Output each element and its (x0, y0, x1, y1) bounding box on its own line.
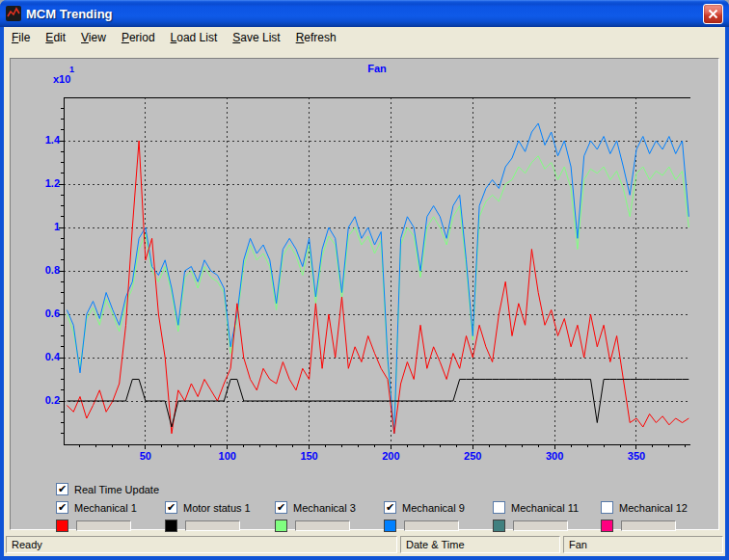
x-tick-label: 150 (290, 450, 329, 462)
series-checkbox-row: Mechanical 11 (493, 500, 601, 515)
status-bar: Ready Date & Time Fan (4, 533, 725, 556)
series-level-bar[interactable] (513, 520, 568, 531)
y-tick-label: 0.2 (27, 394, 60, 406)
series-swatch-row (493, 520, 601, 532)
series-color-swatch (165, 520, 177, 532)
app-window: MCM Trending File Edit View Period Load … (0, 0, 729, 560)
series-swatch-row (275, 520, 383, 532)
series-checkbox-row: ✔ Mechanical 1 (56, 500, 164, 515)
series-color-swatch (384, 520, 396, 532)
x-tick-label: 200 (371, 450, 410, 462)
legend-item: ✔ Mechanical 3 (275, 500, 383, 532)
series-label: Mechanical 9 (402, 502, 465, 514)
y-axis-multiplier: 1 x10 (53, 65, 74, 84)
series-checkbox-row: Mechanical 12 (601, 500, 709, 515)
y-tick-label: 0.8 (27, 264, 60, 276)
menu-file[interactable]: File (4, 29, 38, 46)
close-button[interactable] (703, 4, 723, 24)
series-swatch-row (165, 520, 273, 532)
app-icon (6, 6, 21, 21)
x-tick-label: 300 (535, 450, 574, 462)
series-checkbox[interactable]: ✔ (56, 501, 68, 514)
realtime-update-label: Real Time Update (74, 484, 159, 495)
series-level-bar[interactable] (185, 520, 240, 531)
realtime-update-checkbox[interactable]: ✔ (56, 483, 68, 495)
series-checkbox-row: ✔ Mechanical 3 (275, 500, 383, 515)
series-color-swatch (275, 520, 287, 532)
trend-chart (56, 93, 690, 452)
status-date-time: Date & Time (400, 536, 560, 553)
series-color-swatch (601, 520, 613, 532)
y-axis-multiplier-base: x10 (53, 74, 74, 84)
menu-period[interactable]: Period (114, 29, 163, 46)
series-swatch-row (601, 520, 709, 532)
series-label: Mechanical 3 (293, 502, 356, 514)
series-checkbox[interactable] (493, 501, 505, 514)
menu-bar: File Edit View Period Load List Save Lis… (4, 27, 725, 48)
series-level-bar[interactable] (621, 520, 676, 531)
series-label: Mechanical 11 (511, 502, 579, 514)
series-level-bar[interactable] (295, 520, 350, 531)
series-checkbox-row: ✔ Mechanical 9 (384, 500, 492, 515)
x-tick-label: 250 (453, 450, 492, 462)
series-color-swatch (56, 520, 68, 532)
menu-edit[interactable]: Edit (38, 29, 73, 46)
legend-item: ✔ Mechanical 9 (384, 500, 492, 532)
close-icon (708, 9, 718, 19)
series-label: Motor status 1 (183, 502, 251, 514)
series-level-bar[interactable] (76, 520, 131, 531)
series-checkbox[interactable]: ✔ (165, 501, 177, 514)
window-title: MCM Trending (26, 7, 703, 21)
legend-item: ✔ Motor status 1 (165, 500, 273, 532)
y-tick-label: 0.4 (27, 351, 60, 362)
series-checkbox[interactable]: ✔ (275, 501, 287, 514)
status-context: Fan (563, 536, 723, 553)
menu-view[interactable]: View (73, 29, 114, 46)
y-tick-label: 1.2 (27, 177, 60, 189)
series-swatch-row (384, 520, 492, 532)
title-bar[interactable]: MCM Trending (0, 0, 729, 27)
y-tick-label: 1.4 (27, 134, 60, 146)
window-body: Fan 1 x10 0.20.40.60.811.21.4 5010015020… (4, 47, 725, 556)
series-color-swatch (493, 520, 505, 532)
series-checkbox-row: ✔ Motor status 1 (165, 500, 273, 515)
series-swatch-row (56, 520, 164, 532)
chart-title: Fan (64, 63, 690, 74)
series-checkbox[interactable] (601, 501, 613, 514)
chart-panel: Fan 1 x10 0.20.40.60.811.21.4 5010015020… (10, 58, 719, 530)
legend-item: Mechanical 11 (493, 500, 601, 532)
x-tick-label: 350 (617, 450, 656, 462)
x-tick-label: 50 (126, 450, 165, 462)
realtime-update-row: ✔ Real Time Update (56, 483, 159, 495)
status-message: Ready (6, 536, 397, 553)
menu-refresh[interactable]: Refresh (288, 29, 344, 46)
y-tick-label: 1 (27, 221, 60, 232)
menu-load-list[interactable]: Load List (163, 29, 226, 46)
menu-save-list[interactable]: Save List (225, 29, 287, 46)
legend-item: ✔ Mechanical 1 (56, 500, 164, 532)
legend-item: Mechanical 12 (601, 500, 709, 532)
x-tick-label: 100 (208, 450, 247, 462)
series-checkbox[interactable]: ✔ (384, 501, 396, 514)
series-level-bar[interactable] (404, 520, 459, 531)
y-tick-label: 0.6 (27, 307, 60, 319)
series-label: Mechanical 12 (619, 502, 688, 514)
series-label: Mechanical 1 (74, 502, 137, 514)
